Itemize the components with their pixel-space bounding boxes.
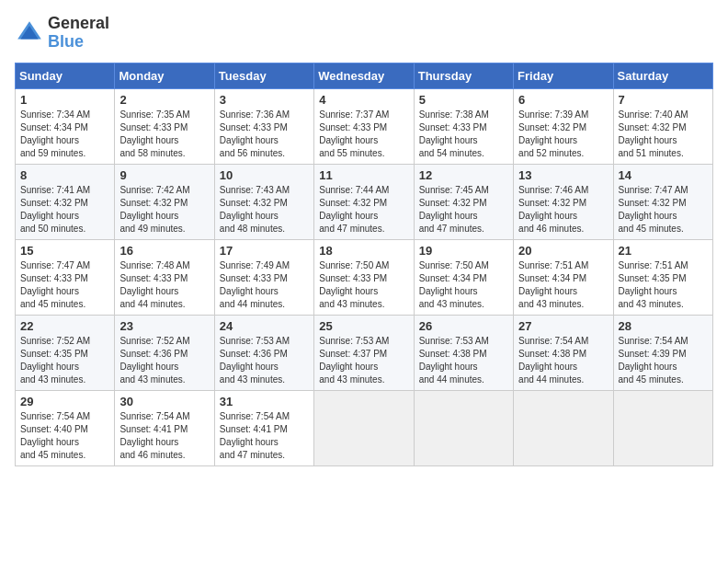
- calendar-cell: 29 Sunrise: 7:54 AMSunset: 4:40 PMDaylig…: [16, 390, 115, 465]
- calendar-cell: 30 Sunrise: 7:54 AMSunset: 4:41 PMDaylig…: [115, 390, 214, 465]
- calendar-cell: 9 Sunrise: 7:42 AMSunset: 4:32 PMDayligh…: [115, 164, 214, 239]
- day-detail: Sunrise: 7:42 AMSunset: 4:32 PMDaylight …: [119, 185, 189, 234]
- calendar-cell: 8 Sunrise: 7:41 AMSunset: 4:32 PMDayligh…: [16, 164, 115, 239]
- day-detail: Sunrise: 7:49 AMSunset: 4:33 PMDaylight …: [220, 260, 290, 309]
- day-detail: Sunrise: 7:48 AMSunset: 4:33 PMDaylight …: [119, 260, 189, 309]
- calendar-cell: 14 Sunrise: 7:47 AMSunset: 4:32 PMDaylig…: [613, 164, 712, 239]
- day-detail: Sunrise: 7:54 AMSunset: 4:41 PMDaylight …: [220, 411, 290, 460]
- calendar-cell: [613, 390, 712, 465]
- calendar-week-2: 8 Sunrise: 7:41 AMSunset: 4:32 PMDayligh…: [16, 164, 713, 239]
- calendar-cell: 26 Sunrise: 7:53 AMSunset: 4:38 PMDaylig…: [414, 315, 513, 390]
- day-number: 31: [220, 395, 309, 408]
- calendar-cell: 16 Sunrise: 7:48 AMSunset: 4:33 PMDaylig…: [115, 239, 214, 315]
- logo-text: General Blue: [48, 15, 109, 52]
- calendar-cell: 11 Sunrise: 7:44 AMSunset: 4:32 PMDaylig…: [314, 164, 414, 239]
- weekday-header-saturday: Saturday: [613, 63, 712, 88]
- day-number: 5: [419, 93, 508, 107]
- calendar-cell: [414, 390, 513, 465]
- day-detail: Sunrise: 7:54 AMSunset: 4:41 PMDaylight …: [119, 411, 189, 460]
- day-number: 22: [20, 319, 109, 333]
- day-detail: Sunrise: 7:54 AMSunset: 4:39 PMDaylight …: [619, 336, 688, 385]
- calendar-cell: 17 Sunrise: 7:49 AMSunset: 4:33 PMDaylig…: [214, 239, 313, 315]
- calendar-cell: 25 Sunrise: 7:53 AMSunset: 4:37 PMDaylig…: [314, 315, 414, 390]
- calendar-cell: 7 Sunrise: 7:40 AMSunset: 4:32 PMDayligh…: [613, 88, 712, 164]
- day-number: 16: [119, 244, 209, 258]
- calendar-week-3: 15 Sunrise: 7:47 AMSunset: 4:33 PMDaylig…: [16, 239, 713, 315]
- day-detail: Sunrise: 7:51 AMSunset: 4:35 PMDaylight …: [619, 260, 688, 309]
- calendar-cell: 27 Sunrise: 7:54 AMSunset: 4:38 PMDaylig…: [514, 315, 613, 390]
- weekday-header-monday: Monday: [115, 63, 214, 88]
- day-detail: Sunrise: 7:39 AMSunset: 4:32 PMDaylight …: [518, 109, 588, 158]
- calendar-header-row: SundayMondayTuesdayWednesdayThursdayFrid…: [16, 63, 713, 88]
- day-number: 3: [220, 93, 309, 107]
- day-detail: Sunrise: 7:50 AMSunset: 4:34 PMDaylight …: [419, 260, 489, 309]
- day-detail: Sunrise: 7:38 AMSunset: 4:33 PMDaylight …: [419, 109, 489, 158]
- calendar-cell: [314, 390, 414, 465]
- day-detail: Sunrise: 7:47 AMSunset: 4:32 PMDaylight …: [619, 185, 688, 234]
- day-detail: Sunrise: 7:41 AMSunset: 4:32 PMDaylight …: [20, 185, 90, 234]
- calendar-cell: 31 Sunrise: 7:54 AMSunset: 4:41 PMDaylig…: [214, 390, 313, 465]
- day-number: 27: [518, 319, 608, 333]
- day-number: 12: [419, 168, 508, 182]
- calendar-cell: 21 Sunrise: 7:51 AMSunset: 4:35 PMDaylig…: [613, 239, 712, 315]
- calendar-week-5: 29 Sunrise: 7:54 AMSunset: 4:40 PMDaylig…: [16, 390, 713, 465]
- day-number: 14: [619, 168, 708, 182]
- day-number: 9: [119, 168, 209, 182]
- calendar-cell: 20 Sunrise: 7:51 AMSunset: 4:34 PMDaylig…: [514, 239, 613, 315]
- calendar-cell: 10 Sunrise: 7:43 AMSunset: 4:32 PMDaylig…: [214, 164, 313, 239]
- day-number: 28: [619, 319, 708, 333]
- day-detail: Sunrise: 7:51 AMSunset: 4:34 PMDaylight …: [518, 260, 588, 309]
- calendar-cell: 6 Sunrise: 7:39 AMSunset: 4:32 PMDayligh…: [514, 88, 613, 164]
- day-detail: Sunrise: 7:53 AMSunset: 4:36 PMDaylight …: [220, 336, 290, 385]
- calendar-cell: 2 Sunrise: 7:35 AMSunset: 4:33 PMDayligh…: [115, 88, 214, 164]
- calendar-cell: 12 Sunrise: 7:45 AMSunset: 4:32 PMDaylig…: [414, 164, 513, 239]
- calendar-cell: 3 Sunrise: 7:36 AMSunset: 4:33 PMDayligh…: [214, 88, 313, 164]
- day-detail: Sunrise: 7:36 AMSunset: 4:33 PMDaylight …: [220, 109, 290, 158]
- day-detail: Sunrise: 7:37 AMSunset: 4:33 PMDaylight …: [319, 109, 389, 158]
- weekday-header-friday: Friday: [514, 63, 613, 88]
- day-number: 24: [220, 319, 309, 333]
- day-detail: Sunrise: 7:43 AMSunset: 4:32 PMDaylight …: [220, 185, 290, 234]
- calendar-cell: 18 Sunrise: 7:50 AMSunset: 4:33 PMDaylig…: [314, 239, 414, 315]
- day-number: 8: [20, 168, 109, 182]
- day-number: 26: [419, 319, 508, 333]
- day-detail: Sunrise: 7:53 AMSunset: 4:37 PMDaylight …: [319, 336, 389, 385]
- weekday-header-tuesday: Tuesday: [214, 63, 313, 88]
- calendar-cell: 13 Sunrise: 7:46 AMSunset: 4:32 PMDaylig…: [514, 164, 613, 239]
- calendar-cell: 1 Sunrise: 7:34 AMSunset: 4:34 PMDayligh…: [16, 88, 115, 164]
- weekday-header-thursday: Thursday: [414, 63, 513, 88]
- weekday-header-sunday: Sunday: [16, 63, 115, 88]
- day-detail: Sunrise: 7:52 AMSunset: 4:35 PMDaylight …: [20, 336, 90, 385]
- day-number: 2: [119, 93, 209, 107]
- calendar-week-4: 22 Sunrise: 7:52 AMSunset: 4:35 PMDaylig…: [16, 315, 713, 390]
- day-number: 7: [619, 93, 708, 107]
- calendar-cell: 23 Sunrise: 7:52 AMSunset: 4:36 PMDaylig…: [115, 315, 214, 390]
- day-number: 15: [20, 244, 109, 258]
- day-number: 19: [419, 244, 508, 258]
- day-number: 6: [518, 93, 608, 107]
- calendar-cell: 19 Sunrise: 7:50 AMSunset: 4:34 PMDaylig…: [414, 239, 513, 315]
- day-detail: Sunrise: 7:47 AMSunset: 4:33 PMDaylight …: [20, 260, 90, 309]
- logo: General Blue: [15, 15, 109, 52]
- weekday-header-wednesday: Wednesday: [314, 63, 414, 88]
- calendar-cell: 22 Sunrise: 7:52 AMSunset: 4:35 PMDaylig…: [16, 315, 115, 390]
- day-detail: Sunrise: 7:53 AMSunset: 4:38 PMDaylight …: [419, 336, 489, 385]
- day-detail: Sunrise: 7:34 AMSunset: 4:34 PMDaylight …: [20, 109, 90, 158]
- day-number: 4: [319, 93, 408, 107]
- day-detail: Sunrise: 7:45 AMSunset: 4:32 PMDaylight …: [419, 185, 489, 234]
- day-number: 11: [319, 168, 408, 182]
- day-number: 30: [119, 395, 209, 408]
- day-number: 20: [518, 244, 608, 258]
- calendar-table: SundayMondayTuesdayWednesdayThursdayFrid…: [15, 63, 713, 466]
- page-header: General Blue: [15, 15, 713, 52]
- calendar-cell: 28 Sunrise: 7:54 AMSunset: 4:39 PMDaylig…: [613, 315, 712, 390]
- calendar-cell: 24 Sunrise: 7:53 AMSunset: 4:36 PMDaylig…: [214, 315, 313, 390]
- calendar-cell: 4 Sunrise: 7:37 AMSunset: 4:33 PMDayligh…: [314, 88, 414, 164]
- day-number: 18: [319, 244, 408, 258]
- day-detail: Sunrise: 7:35 AMSunset: 4:33 PMDaylight …: [119, 109, 189, 158]
- calendar-cell: 15 Sunrise: 7:47 AMSunset: 4:33 PMDaylig…: [16, 239, 115, 315]
- day-number: 29: [20, 395, 109, 408]
- day-number: 21: [619, 244, 708, 258]
- day-detail: Sunrise: 7:54 AMSunset: 4:40 PMDaylight …: [20, 411, 90, 460]
- day-number: 17: [220, 244, 309, 258]
